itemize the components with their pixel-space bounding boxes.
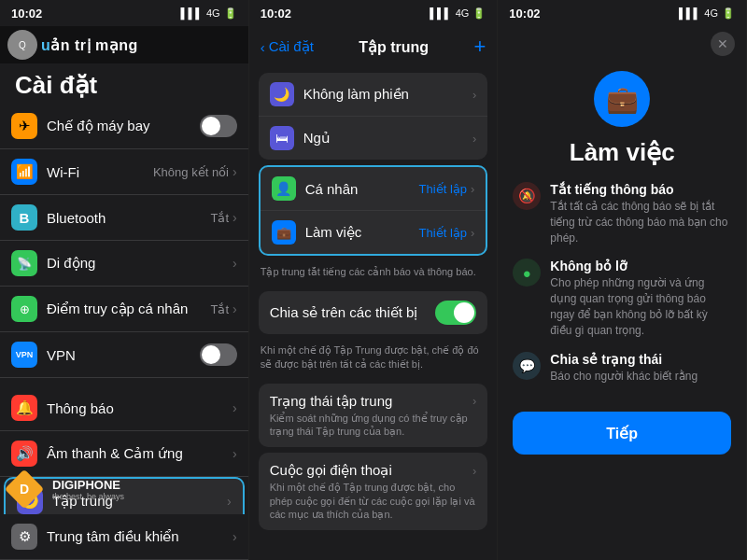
work-detail-panel: 10:02 ▌▌▌ 4G 🔋 ✕ 💼 Làm việc 🔕 Tắt tiếng … bbox=[498, 0, 747, 560]
call-card-chevron: › bbox=[472, 464, 476, 478]
focus-panel: 10:02 ▌▌▌ 4G 🔋 ‹ Cài đặt Tập trung + 🌙 K… bbox=[249, 0, 499, 560]
personal-value: Thiết lập bbox=[419, 182, 467, 196]
item-label-bluetooth: Bluetooth bbox=[47, 210, 210, 226]
p3-battery-icon: 🔋 bbox=[722, 7, 735, 20]
mute-title: Tắt tiếng thông báo bbox=[550, 182, 731, 197]
settings-header: Cài đặt bbox=[0, 63, 248, 104]
status-card-title: Trạng thái tập trung bbox=[270, 393, 393, 410]
close-button[interactable]: ✕ bbox=[711, 32, 735, 56]
airplane-toggle[interactable] bbox=[200, 115, 237, 137]
work-detail-content: 💼 Làm việc 🔕 Tắt tiếng thông báo Tắt tất… bbox=[498, 62, 746, 464]
share-status-text: Chia sẻ trạng thái Báo cho người khác bi… bbox=[550, 352, 698, 385]
settings-item-mobile[interactable]: 📡 Di động › bbox=[0, 241, 248, 287]
wifi-icon: 📶 bbox=[11, 159, 37, 185]
bluetooth-value: Tắt bbox=[210, 211, 229, 225]
sound-chevron: › bbox=[233, 446, 237, 461]
p2-battery-icon: 🔋 bbox=[472, 7, 486, 20]
sleep-chevron: › bbox=[472, 132, 476, 146]
item-label-vpn: VPN bbox=[47, 347, 200, 363]
item-label-airplane: Chế độ máy bay bbox=[47, 118, 200, 134]
settings-item-notifications[interactable]: 🔔 Thông báo › bbox=[0, 385, 248, 431]
call-card-desc: Khi một chế độ Tập trung được bật, cho p… bbox=[270, 481, 477, 521]
work-title: Làm việc bbox=[570, 138, 675, 167]
status-icons: ▌▌▌ 4G 🔋 bbox=[181, 7, 237, 20]
sound-icon: 🔊 bbox=[11, 441, 37, 467]
settings-item-general[interactable]: ⚙ Trung tâm điều khiển › bbox=[0, 514, 248, 560]
mute-desc: Tắt tất cả các thông báo sẽ bị tắt tiếng… bbox=[550, 199, 731, 245]
status-card-chevron: › bbox=[472, 394, 476, 408]
focus-item-work[interactable]: 💼 Làm việc Thiết lập › bbox=[261, 210, 486, 254]
back-button[interactable]: ‹ Cài đặt bbox=[261, 38, 314, 55]
work-icon-circle: 💼 bbox=[594, 71, 650, 127]
digiphone-logo: D DIGIPHONE the best, be always bbox=[4, 469, 124, 510]
call-card-title: Cuộc gọi điện thoại bbox=[270, 462, 392, 479]
wifi-value: Không kết nối bbox=[153, 165, 229, 179]
settings-item-bluetooth[interactable]: B Bluetooth Tắt › bbox=[0, 195, 248, 241]
item-label-wifi: Wi-Fi bbox=[47, 164, 153, 180]
dnd-label: Không làm phiền bbox=[303, 86, 472, 103]
vpn-icon: VPN bbox=[11, 342, 37, 368]
personal-label: Cá nhân bbox=[305, 181, 419, 197]
hotspot-icon: ⊕ bbox=[11, 296, 37, 322]
settings-item-vpn[interactable]: VPN VPN bbox=[0, 332, 248, 378]
continue-button[interactable]: Tiếp bbox=[513, 412, 731, 455]
p2-status-time: 10:02 bbox=[261, 7, 291, 21]
settings-panel: 10:02 ▌▌▌ 4G 🔋 Q uản trị mạng Cài đặt ✈ … bbox=[0, 0, 249, 560]
focus-group-desc: Tập trung tắt tiếng các cảnh báo và thôn… bbox=[249, 261, 498, 286]
p3-signal-icon: ▌▌▌ bbox=[679, 7, 700, 19]
share-status-icon: 💬 bbox=[513, 352, 541, 380]
work-detail-header: ✕ bbox=[498, 26, 746, 62]
share-status-title: Chia sẻ trạng thái bbox=[550, 352, 698, 367]
mobile-icon: 📡 bbox=[11, 250, 37, 276]
vpn-toggle[interactable] bbox=[200, 343, 237, 366]
battery-icon: 🔋 bbox=[224, 7, 237, 20]
watermark: Q uản trị mạng bbox=[0, 26, 248, 63]
p3-network-icon: 4G bbox=[704, 7, 718, 19]
status-card-desc: Kiểm soát những ứng dụng có thể truy cập… bbox=[270, 412, 477, 439]
sleep-icon: 🛏 bbox=[270, 126, 294, 150]
share-label: Chia sẻ trên các thiết bị bbox=[270, 304, 418, 321]
notifications-chevron: › bbox=[233, 400, 237, 415]
feature-item-mute: 🔕 Tắt tiếng thông báo Tắt tất cả các thô… bbox=[513, 182, 731, 245]
item-label-general: Trung tâm điều khiển bbox=[47, 528, 233, 545]
call-card[interactable]: Cuộc gọi điện thoại › Khi một chế độ Tập… bbox=[259, 453, 488, 530]
status-card[interactable]: Trạng thái tập trung › Kiểm soát những ứ… bbox=[259, 384, 488, 448]
wifi-chevron: › bbox=[233, 164, 237, 179]
digiphone-name: DIGIPHONE bbox=[52, 478, 124, 492]
settings-item-hotspot[interactable]: ⊕ Điểm truy cập cá nhân Tắt › bbox=[0, 287, 248, 332]
settings-item-airplane[interactable]: ✈ Chế độ máy bay bbox=[0, 104, 248, 149]
p3-status-time: 10:02 bbox=[509, 7, 540, 21]
focus-group-1: 🌙 Không làm phiền › 🛏 Ngủ › bbox=[259, 73, 488, 160]
status-time: 10:02 bbox=[11, 7, 42, 21]
notifications-icon: 🔔 bbox=[11, 395, 37, 421]
share-status-desc: Báo cho người khác biết rằng bbox=[550, 369, 698, 385]
focus-item-sleep[interactable]: 🛏 Ngủ › bbox=[259, 116, 488, 160]
mute-icon: 🔕 bbox=[513, 182, 541, 210]
back-label: Cài đặt bbox=[269, 38, 314, 55]
hotspot-value: Tắt bbox=[210, 302, 229, 316]
feature-item-share: 💬 Chia sẻ trạng thái Báo cho người khác … bbox=[513, 352, 731, 385]
focus-item-personal[interactable]: 👤 Cá nhân Thiết lập › bbox=[261, 167, 486, 210]
work-row-icon: 💼 bbox=[272, 220, 296, 245]
work-icon: 💼 bbox=[606, 84, 639, 115]
bluetooth-chevron: › bbox=[233, 210, 237, 225]
item-label-sound: Âm thanh & Cảm ứng bbox=[47, 445, 233, 462]
add-focus-button[interactable]: + bbox=[473, 35, 486, 59]
nomiss-text: Không bỏ lỡ Cho phép những người và ứng … bbox=[550, 259, 731, 338]
watermark-logo: Q bbox=[7, 30, 37, 60]
network-icon: 4G bbox=[206, 7, 220, 19]
settings-title: Cài đặt bbox=[15, 71, 233, 100]
focus-item-dnd[interactable]: 🌙 Không làm phiền › bbox=[259, 73, 488, 116]
nomiss-desc: Cho phép những người và ứng dụng quan tr… bbox=[550, 275, 731, 338]
hotspot-chevron: › bbox=[233, 301, 237, 316]
share-toggle[interactable] bbox=[435, 301, 476, 325]
settings-item-wifi[interactable]: 📶 Wi-Fi Không kết nối › bbox=[0, 149, 248, 195]
nomiss-title: Không bỏ lỡ bbox=[550, 259, 731, 273]
work-chevron: › bbox=[471, 226, 474, 240]
digiphone-tagline: the best, be always bbox=[52, 492, 124, 501]
focus-panel-title: Tập trung bbox=[359, 38, 429, 56]
p3-status-bar: 10:02 ▌▌▌ 4G 🔋 bbox=[498, 0, 746, 26]
focus-panel-header: ‹ Cài đặt Tập trung + bbox=[249, 26, 498, 67]
focus-group-2: 👤 Cá nhân Thiết lập › 💼 Làm việc Thiết l… bbox=[259, 165, 488, 256]
signal-icon: ▌▌▌ bbox=[181, 7, 203, 19]
